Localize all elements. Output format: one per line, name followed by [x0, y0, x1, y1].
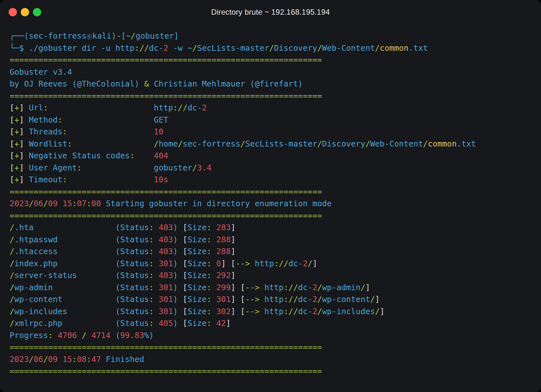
minimize-button[interactable] — [21, 8, 29, 16]
text-segment: --> — [236, 259, 255, 268]
text-segment: home — [159, 139, 178, 148]
text-segment: % — [144, 331, 149, 340]
text-segment: --> — [245, 295, 264, 304]
text-segment: 403 — [154, 247, 173, 256]
text-segment: 2 — [312, 307, 317, 316]
text-segment: : — [63, 175, 67, 184]
text-segment: GET — [154, 115, 168, 124]
text-segment: ) — [173, 271, 178, 280]
text-segment: [ — [10, 175, 14, 184]
text-segment — [67, 127, 154, 136]
text-segment: : — [63, 127, 67, 136]
text-segment: 0 — [211, 259, 221, 268]
text-segment: ] — [375, 295, 380, 304]
text-segment: / — [375, 307, 380, 316]
result-row-index-php: /index.php (Status: 301) [Size: 0] [--> … — [10, 258, 538, 270]
text-segment — [134, 151, 154, 160]
text-segment: : — [207, 319, 211, 328]
text-segment: ] — [19, 103, 29, 112]
text-segment: dc- — [288, 259, 303, 268]
text-segment: / — [10, 319, 14, 328]
result-row-hta: /.hta (Status: 403) [Size: 283] — [10, 222, 538, 234]
text-segment: 2023 — [10, 199, 29, 208]
info-row-timeout: [+] Timeout: 10s — [10, 174, 538, 186]
progress-line: Progress: 4706 / 4714 (99.83%) — [10, 329, 538, 342]
text-segment: wp-content — [14, 295, 63, 304]
text-segment: 301 — [154, 259, 173, 268]
info-row-threads: [+] Threads: 10 — [10, 126, 538, 138]
text-segment: gobuster — [154, 163, 192, 172]
text-segment: + — [14, 103, 19, 112]
text-segment: ┌──( — [10, 31, 29, 41]
text-segment: Negative Status codes — [29, 151, 130, 160]
text-segment: ) — [173, 223, 178, 232]
text-segment: gobuster — [135, 31, 174, 41]
text-segment: / — [423, 139, 428, 148]
text-segment: [ — [178, 259, 187, 268]
text-segment: / — [82, 331, 87, 340]
terminal-output: ┌──(sec-fortressKkali)-[~/gobuster]└─$ .… — [0, 24, 541, 377]
text-segment: Size — [187, 295, 207, 304]
text-segment: Timeout — [29, 175, 62, 184]
maximize-button[interactable] — [33, 8, 41, 16]
text-segment: ~ — [187, 43, 192, 53]
title-bar: Directory brute ~ 192.168.195.194 — [0, 0, 541, 24]
text-segment: kali — [92, 31, 111, 41]
text-segment: / — [269, 43, 274, 53]
text-segment — [34, 223, 115, 232]
text-segment: ] — [19, 115, 29, 124]
separator: ========================================… — [10, 210, 538, 222]
text-segment: Wordlist — [29, 139, 67, 148]
text-segment: [ — [178, 319, 187, 328]
text-segment: :// — [284, 283, 298, 292]
text-segment: ./gobuster dir -u http — [29, 43, 134, 53]
text-segment: Web-Content — [322, 43, 375, 53]
text-segment: Finished — [101, 355, 144, 364]
text-segment: [ — [178, 307, 187, 316]
text-segment: + — [14, 163, 19, 172]
text-segment: 3.4 — [197, 163, 211, 172]
text-segment: SecLists-master — [245, 139, 317, 148]
text-segment: http — [154, 103, 173, 112]
text-segment: ) — [173, 295, 178, 304]
text-segment: : — [43, 103, 48, 112]
text-segment: ] — [231, 235, 235, 244]
text-segment: [ — [178, 271, 187, 280]
text-segment — [58, 355, 63, 364]
text-segment: : — [207, 223, 211, 232]
text-segment: 2 — [164, 43, 168, 53]
text-segment: : — [207, 247, 211, 256]
banner-authors: by OJ Reeves (@TheColonial) & Christian … — [10, 78, 538, 90]
text-segment: / — [131, 31, 135, 41]
text-segment: 301 — [211, 295, 231, 304]
text-segment: / — [370, 295, 375, 304]
text-segment: / — [308, 259, 312, 268]
text-segment: : — [149, 283, 154, 292]
text-segment: Size — [187, 307, 207, 316]
text-segment: Discovery — [274, 43, 317, 53]
text-segment: [ — [121, 31, 126, 41]
text-segment: dc- — [149, 43, 164, 53]
text-segment: / — [10, 235, 14, 244]
text-segment: :// — [173, 103, 187, 112]
text-segment: ) — [149, 331, 154, 340]
text-segment: 288 — [211, 235, 231, 244]
text-segment: dc- — [187, 103, 202, 112]
text-segment — [63, 319, 116, 328]
text-segment: : — [77, 163, 82, 172]
text-segment: ] — [226, 319, 231, 328]
text-segment: (Status — [115, 283, 149, 292]
status-line-start: 2023/06/09 15:07:00 Starting gobuster in… — [10, 198, 538, 210]
text-segment: Size — [187, 235, 207, 244]
text-segment: .txt — [457, 139, 476, 148]
text-segment: (Status — [115, 319, 149, 328]
text-segment: ~ — [126, 31, 131, 41]
text-segment: dc- — [298, 307, 312, 316]
text-segment: wp-admin — [322, 283, 361, 292]
text-segment: ) — [173, 247, 178, 256]
text-segment: 47 — [91, 355, 101, 364]
text-segment: http — [264, 295, 284, 304]
close-button[interactable] — [9, 8, 17, 16]
text-segment — [67, 307, 116, 316]
text-segment: 403 — [154, 235, 173, 244]
